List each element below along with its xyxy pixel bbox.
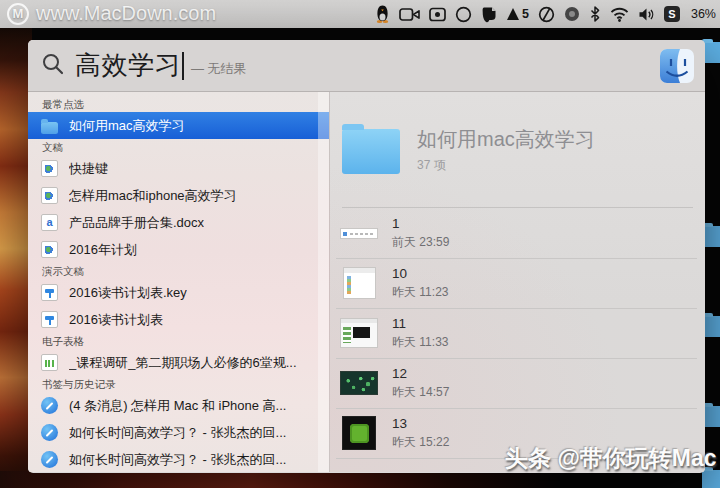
- file-row[interactable]: 10 昨天 11:23: [330, 258, 705, 308]
- app-badge-5-icon[interactable]: 5: [506, 7, 529, 21]
- text-cursor: [182, 52, 184, 80]
- result-row[interactable]: 怎样用mac和iphone高效学习: [28, 182, 329, 209]
- finder-icon: [659, 48, 695, 84]
- file-thumbnail: [340, 318, 378, 348]
- app-badge-5-label: 5: [522, 7, 529, 21]
- folder-icon-large: [342, 129, 400, 174]
- menu-bar-status-icons: 5: [375, 0, 716, 28]
- file-row[interactable]: 12 昨天 14:57: [330, 358, 705, 408]
- safari-icon: [41, 397, 58, 414]
- spotlight-window: 高效学习 — 无结果: [28, 40, 705, 473]
- file-thumbnail: [340, 228, 378, 239]
- section-header-top-hit: 最常点选: [28, 96, 329, 112]
- keynote-icon: [41, 284, 58, 301]
- result-row[interactable]: _课程调研_第二期职场人必修的6堂规...: [28, 349, 329, 376]
- spotlight-search-bar[interactable]: 高效学习 — 无结果: [28, 40, 705, 92]
- section-header-bookmarks-history: 书签与历史记录: [28, 376, 329, 392]
- result-row-top-hit[interactable]: 如何用mac高效学习: [28, 112, 329, 139]
- result-row[interactable]: 2016年计划: [28, 236, 329, 263]
- search-input[interactable]: 高效学习: [75, 48, 181, 83]
- section-header-documents: 文稿: [28, 139, 329, 155]
- file-row[interactable]: 11 昨天 11:33: [330, 308, 705, 358]
- preview-panel: 如何用mac高效学习 37 项 1 前天 23:59 10: [330, 92, 705, 472]
- watermark-top: M www.MacDown.com: [7, 2, 216, 25]
- video-camera-icon[interactable]: [399, 7, 420, 22]
- screen-record-icon[interactable]: [429, 7, 446, 22]
- preview-header: 如何用mac高效学习 37 项: [330, 92, 705, 207]
- result-row[interactable]: 如何长时间高效学习？ - 张兆杰的回...: [28, 419, 329, 446]
- s-app-label: S: [668, 8, 675, 20]
- search-icon: [41, 52, 65, 80]
- safari-icon: [41, 424, 58, 441]
- spreadsheet-icon: [41, 354, 58, 371]
- result-row[interactable]: 快捷键: [28, 155, 329, 182]
- preview-title: 如何用mac高效学习: [417, 126, 595, 153]
- macdown-logo-icon: M: [7, 3, 29, 25]
- file-row[interactable]: 1 前天 23:59: [330, 208, 705, 258]
- recording-dot-icon[interactable]: [564, 6, 580, 22]
- keynote-icon: [41, 311, 58, 328]
- file-thumbnail: [340, 371, 378, 395]
- file-thumbnail: [342, 416, 376, 450]
- result-row[interactable]: a 产品品牌手册合集.docx: [28, 209, 329, 236]
- folder-icon: [41, 122, 58, 134]
- preview-item-count: 37 项: [417, 157, 595, 174]
- safari-icon: [41, 451, 58, 468]
- word-document-icon: a: [41, 214, 58, 231]
- result-row[interactable]: 2016读书计划表.key: [28, 279, 329, 306]
- battery-percentage[interactable]: 36%: [691, 7, 716, 21]
- tux-penguin-icon[interactable]: [375, 5, 390, 23]
- watermark-bottom: 头条 @带你玩转Mac: [505, 443, 717, 474]
- s-app-icon[interactable]: S: [664, 6, 680, 22]
- section-header-presentations: 演示文稿: [28, 263, 329, 279]
- result-row[interactable]: 如何长时间高效学习？ - 张兆杰的回...: [28, 446, 329, 472]
- desktop-wallpaper-bottom: [0, 471, 560, 488]
- menu-bar: 5: [0, 0, 720, 28]
- file-thumbnail: [343, 267, 376, 299]
- watermark-top-text: www.MacDown.com: [36, 2, 216, 25]
- bluetooth-icon[interactable]: [589, 6, 601, 22]
- evernote-elephant-icon[interactable]: [481, 6, 497, 23]
- sidebar-scrollbar[interactable]: [318, 92, 329, 472]
- result-row[interactable]: 2016读书计划表: [28, 306, 329, 333]
- document-icon: [41, 160, 58, 177]
- desktop: 5: [0, 0, 720, 488]
- search-status: — 无结果: [191, 60, 247, 78]
- results-sidebar: 最常点选 如何用mac高效学习 文稿 快捷键 怎样用mac和iphone高效学习: [28, 92, 330, 472]
- document-icon: [41, 187, 58, 204]
- volume-icon[interactable]: [638, 7, 655, 22]
- section-header-spreadsheets: 电子表格: [28, 333, 329, 349]
- document-icon: [41, 241, 58, 258]
- circle-outline-icon[interactable]: [455, 6, 472, 23]
- do-not-disturb-icon[interactable]: [538, 6, 555, 23]
- result-row[interactable]: (4 条消息) 怎样用 Mac 和 iPhone 高...: [28, 392, 329, 419]
- wifi-icon[interactable]: [610, 7, 629, 22]
